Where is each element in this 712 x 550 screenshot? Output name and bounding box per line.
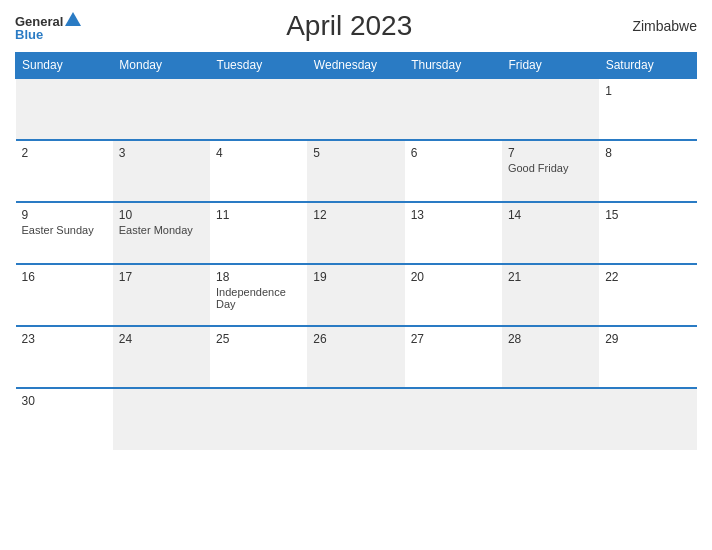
calendar-cell [307, 388, 404, 450]
calendar-cell: 24 [113, 326, 210, 388]
day-number: 13 [411, 208, 496, 222]
day-number: 25 [216, 332, 301, 346]
calendar-week-row: 23242526272829 [16, 326, 697, 388]
holiday-name: Easter Sunday [22, 224, 107, 236]
calendar-week-row: 30 [16, 388, 697, 450]
calendar-cell: 11 [210, 202, 307, 264]
day-number: 8 [605, 146, 690, 160]
day-number: 17 [119, 270, 204, 284]
calendar-cell: 9Easter Sunday [16, 202, 113, 264]
day-number: 16 [22, 270, 107, 284]
logo-triangle-icon [65, 12, 81, 26]
day-number: 14 [508, 208, 593, 222]
calendar-cell [599, 388, 696, 450]
day-number: 6 [411, 146, 496, 160]
day-number: 27 [411, 332, 496, 346]
calendar-cell: 5 [307, 140, 404, 202]
calendar-cell [405, 78, 502, 140]
calendar-cell: 13 [405, 202, 502, 264]
header-tuesday: Tuesday [210, 53, 307, 79]
day-number: 30 [22, 394, 107, 408]
calendar-table: Sunday Monday Tuesday Wednesday Thursday… [15, 52, 697, 450]
calendar-cell: 8 [599, 140, 696, 202]
calendar-week-row: 161718Independence Day19202122 [16, 264, 697, 326]
calendar-cell: 26 [307, 326, 404, 388]
calendar-cell: 4 [210, 140, 307, 202]
day-number: 19 [313, 270, 398, 284]
calendar-cell [210, 78, 307, 140]
day-number: 4 [216, 146, 301, 160]
header-saturday: Saturday [599, 53, 696, 79]
calendar-cell [210, 388, 307, 450]
calendar-cell [113, 78, 210, 140]
holiday-name: Easter Monday [119, 224, 204, 236]
header-sunday: Sunday [16, 53, 113, 79]
calendar-cell: 16 [16, 264, 113, 326]
calendar-cell: 18Independence Day [210, 264, 307, 326]
calendar-cell: 29 [599, 326, 696, 388]
day-number: 3 [119, 146, 204, 160]
calendar-page: General Blue April 2023 Zimbabwe Sunday … [0, 0, 712, 550]
calendar-cell: 27 [405, 326, 502, 388]
calendar-cell: 28 [502, 326, 599, 388]
calendar-cell: 25 [210, 326, 307, 388]
calendar-week-row: 9Easter Sunday10Easter Monday1112131415 [16, 202, 697, 264]
calendar-cell: 12 [307, 202, 404, 264]
logo-blue-text: Blue [15, 28, 43, 41]
header-monday: Monday [113, 53, 210, 79]
logo-general-text: General [15, 15, 63, 28]
calendar-week-row: 234567Good Friday8 [16, 140, 697, 202]
calendar-cell [307, 78, 404, 140]
calendar-cell: 1 [599, 78, 696, 140]
holiday-name: Good Friday [508, 162, 593, 174]
day-number: 12 [313, 208, 398, 222]
day-number: 22 [605, 270, 690, 284]
day-number: 15 [605, 208, 690, 222]
calendar-header: Sunday Monday Tuesday Wednesday Thursday… [16, 53, 697, 79]
calendar-cell [405, 388, 502, 450]
calendar-cell: 6 [405, 140, 502, 202]
day-number: 23 [22, 332, 107, 346]
day-number: 28 [508, 332, 593, 346]
day-number: 10 [119, 208, 204, 222]
calendar-cell: 23 [16, 326, 113, 388]
calendar-title: April 2023 [81, 10, 617, 42]
calendar-cell: 30 [16, 388, 113, 450]
day-number: 11 [216, 208, 301, 222]
weekday-header-row: Sunday Monday Tuesday Wednesday Thursday… [16, 53, 697, 79]
day-number: 26 [313, 332, 398, 346]
header-friday: Friday [502, 53, 599, 79]
calendar-cell [113, 388, 210, 450]
calendar-cell: 17 [113, 264, 210, 326]
calendar-cell: 2 [16, 140, 113, 202]
calendar-week-row: 1 [16, 78, 697, 140]
page-header: General Blue April 2023 Zimbabwe [15, 10, 697, 42]
calendar-cell: 3 [113, 140, 210, 202]
calendar-cell: 20 [405, 264, 502, 326]
calendar-cell [502, 78, 599, 140]
day-number: 5 [313, 146, 398, 160]
day-number: 21 [508, 270, 593, 284]
calendar-cell: 22 [599, 264, 696, 326]
calendar-cell: 7Good Friday [502, 140, 599, 202]
calendar-cell [16, 78, 113, 140]
day-number: 24 [119, 332, 204, 346]
day-number: 29 [605, 332, 690, 346]
header-thursday: Thursday [405, 53, 502, 79]
calendar-cell [502, 388, 599, 450]
day-number: 2 [22, 146, 107, 160]
day-number: 9 [22, 208, 107, 222]
header-wednesday: Wednesday [307, 53, 404, 79]
calendar-cell: 19 [307, 264, 404, 326]
calendar-cell: 14 [502, 202, 599, 264]
country-name: Zimbabwe [617, 18, 697, 34]
day-number: 7 [508, 146, 593, 160]
day-number: 20 [411, 270, 496, 284]
logo: General Blue [15, 12, 81, 41]
logo-icon: General Blue [15, 12, 81, 41]
day-number: 1 [605, 84, 690, 98]
calendar-cell: 15 [599, 202, 696, 264]
holiday-name: Independence Day [216, 286, 301, 310]
calendar-cell: 21 [502, 264, 599, 326]
day-number: 18 [216, 270, 301, 284]
